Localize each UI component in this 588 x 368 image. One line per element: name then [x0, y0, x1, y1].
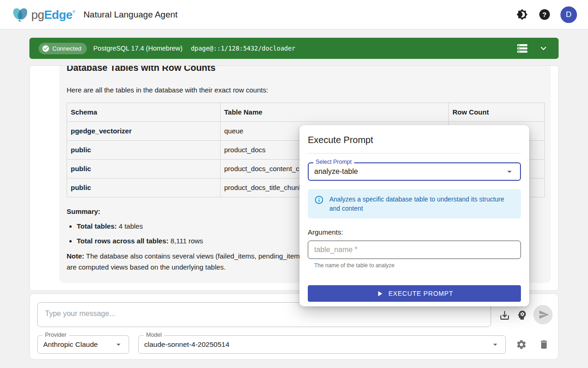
select-prompt-label: Select Prompt [313, 159, 354, 165]
settings-gear-icon[interactable] [515, 338, 528, 351]
execute-prompt-button[interactable]: EXECUTE PROMPT [308, 285, 521, 302]
top-app-bar: pgEdge® Natural Language Agent ? D [0, 0, 588, 29]
select-prompt-dropdown[interactable]: Select Prompt analyze-table [308, 162, 521, 181]
input-helper-text: The name of the table to analyze [314, 262, 521, 269]
info-icon [314, 195, 324, 205]
prompt-info-alert: Analyzes a specific database table to un… [308, 189, 521, 218]
table-cell: public [67, 141, 220, 160]
server-version-label: PostgreSQL 17.4 (Homebrew) [93, 45, 183, 52]
connected-status-badge: Connected [39, 43, 87, 54]
user-avatar[interactable]: D [560, 6, 577, 23]
model-select[interactable]: Model claude-sonnet-4-20250514 [138, 335, 506, 354]
note-line2: are computed views based on the underlyi… [67, 263, 226, 271]
chevron-down-icon [114, 340, 123, 349]
help-glyph: ? [542, 11, 546, 18]
download-icon[interactable] [498, 309, 511, 322]
column-header: Table Name [220, 103, 449, 122]
table-cell: public [67, 178, 220, 197]
execute-prompt-dialog: Execute Prompt Select Prompt analyze-tab… [300, 125, 529, 306]
table-cell: public [67, 160, 220, 178]
send-button[interactable] [533, 305, 553, 324]
play-icon [375, 289, 384, 298]
model-label: Model [144, 332, 164, 338]
app-root: pgEdge® Natural Language Agent ? D Conne… [0, 0, 588, 368]
dialog-title: Execute Prompt [308, 134, 521, 145]
provider-value: Anthropic Claude [43, 340, 98, 349]
column-header: Row Count [449, 103, 545, 122]
send-icon [538, 309, 549, 320]
pgedge-logo-text: pgEdge® [31, 9, 75, 21]
help-icon[interactable]: ? [538, 8, 551, 21]
column-header: Schema [67, 103, 220, 122]
psychology-icon[interactable] [515, 309, 528, 322]
execute-prompt-button-label: EXECUTE PROMPT [388, 290, 453, 297]
dialog-divider [308, 153, 521, 154]
provider-select[interactable]: Provider Anthropic Claude [37, 335, 129, 354]
check-circle-icon [42, 45, 50, 52]
page-title: Natural Language Agent [84, 10, 178, 20]
message-intro: Here are all the tables in the database … [67, 85, 543, 95]
delete-trash-icon[interactable] [537, 338, 550, 351]
connection-string: dpage@::1/128:5432/docloader [191, 45, 295, 52]
dark-mode-toggle-icon[interactable] [515, 8, 528, 21]
pgedge-logo: pgEdge® [11, 6, 75, 23]
message-heading: Database Tables with Row Counts [67, 65, 543, 74]
chevron-down-icon [504, 167, 514, 177]
connected-status-label: Connected [52, 45, 81, 52]
provider-label: Provider [43, 332, 69, 338]
chevron-down-icon [491, 340, 500, 349]
arguments-label: Arguments: [308, 228, 521, 237]
table-cell: pgedge_vectorizer [67, 122, 220, 141]
table-name-input[interactable] [308, 241, 521, 259]
model-value: claude-sonnet-4-20250514 [144, 340, 229, 349]
note-label: Note: [67, 252, 84, 260]
select-prompt-value: analyze-table [314, 167, 358, 176]
collapse-chevron-icon[interactable] [537, 42, 549, 54]
connection-status-bar: Connected PostgreSQL 17.4 (Homebrew) dpa… [29, 38, 559, 59]
avatar-letter: D [566, 10, 571, 19]
topbar-actions: ? D [515, 6, 577, 23]
database-list-icon[interactable] [516, 42, 528, 54]
results-table-header-row: SchemaTable NameRow Count [67, 103, 545, 122]
pgedge-logo-icon [11, 6, 29, 23]
prompt-description: Analyzes a specific database table to un… [329, 195, 514, 213]
